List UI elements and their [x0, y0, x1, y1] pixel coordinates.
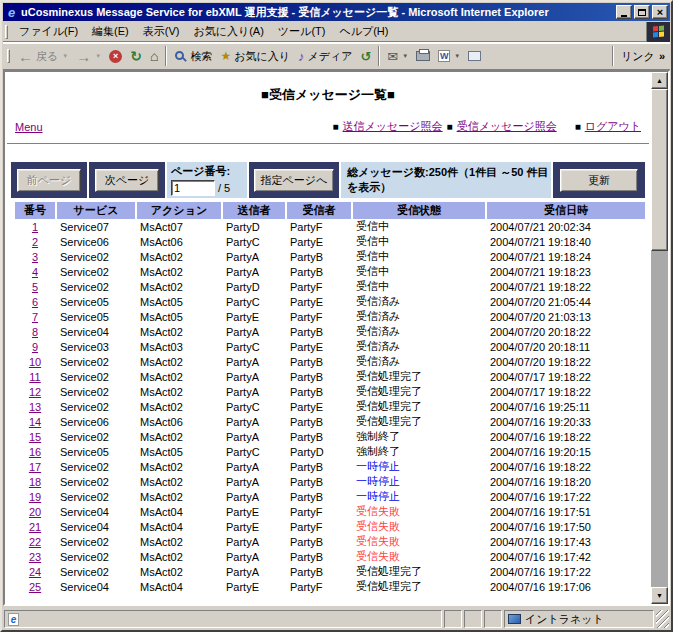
row-number-link[interactable]: 6	[32, 296, 38, 308]
menu-help[interactable]: ヘルプ(H)	[332, 21, 395, 42]
cell-number: 24	[15, 564, 55, 579]
cell-sender: PartyA	[223, 459, 285, 474]
menu-file[interactable]: ファイル(F)	[12, 21, 85, 42]
goto-page-button[interactable]: 指定ページへ	[254, 169, 335, 192]
row-number-link[interactable]: 24	[29, 566, 41, 578]
cell-sender: PartyC	[223, 234, 285, 249]
back-dropdown-icon[interactable]: ▼	[62, 53, 68, 59]
cell-status: 受信処理完了	[353, 579, 485, 594]
row-number-link[interactable]: 20	[29, 506, 41, 518]
prev-page-cell: 前ページ	[11, 162, 87, 198]
close-button[interactable]: ×	[652, 5, 668, 19]
cell-service: Service06	[57, 414, 135, 429]
cell-datetime: 2004/07/16 19:20:33	[487, 414, 645, 429]
row-number-link[interactable]: 9	[32, 341, 38, 353]
bullet-icon: ■	[575, 121, 581, 132]
cell-datetime: 2004/07/20 20:18:11	[487, 339, 645, 354]
menubar-grip[interactable]	[5, 25, 8, 39]
prev-page-button[interactable]: 前ページ	[17, 169, 81, 192]
links-label[interactable]: リンク	[621, 49, 655, 64]
row-number-link[interactable]: 17	[29, 461, 41, 473]
cell-service: Service02	[57, 384, 135, 399]
forward-button[interactable]: → ▼	[72, 48, 105, 65]
row-number-link[interactable]: 3	[32, 251, 38, 263]
row-number-link[interactable]: 18	[29, 476, 41, 488]
back-button[interactable]: ← 戻る ▼	[14, 47, 72, 66]
row-number-link[interactable]: 2	[32, 236, 38, 248]
table-row: 2Service06MsAct06PartyCPartyE受信中2004/07/…	[15, 234, 645, 249]
menu-tools[interactable]: ツール(T)	[271, 21, 333, 42]
logout-link[interactable]: ログアウト	[585, 119, 641, 134]
toolbar-grip[interactable]	[7, 49, 10, 63]
toolbar-separator	[612, 46, 614, 66]
resize-grip[interactable]	[656, 610, 669, 628]
sent-message-inquiry-link[interactable]: 送信メッセージ照会	[343, 119, 443, 134]
row-number-link[interactable]: 12	[29, 386, 41, 398]
row-number-link[interactable]: 25	[29, 581, 41, 593]
menu-link[interactable]: Menu	[15, 121, 43, 133]
row-number-link[interactable]: 1	[32, 221, 38, 233]
discuss-button[interactable]	[464, 49, 485, 63]
favorites-button[interactable]: ★ お気に入り	[216, 47, 294, 66]
page-number-input[interactable]	[171, 180, 215, 196]
next-page-button[interactable]: 次ページ	[95, 169, 159, 192]
cell-sender: PartyA	[223, 264, 285, 279]
row-number-link[interactable]: 13	[29, 401, 41, 413]
column-header-status: 受信状態	[353, 202, 485, 219]
scroll-down-button[interactable]: ▼	[651, 587, 668, 604]
row-number-link[interactable]: 19	[29, 491, 41, 503]
cell-service: Service02	[57, 489, 135, 504]
edit-dropdown-icon[interactable]: ▼	[454, 53, 460, 59]
row-number-link[interactable]: 14	[29, 416, 41, 428]
cell-sender: PartyA	[223, 249, 285, 264]
received-message-inquiry-link[interactable]: 受信メッセージ照会	[457, 119, 557, 134]
table-row: 7Service05MsAct05PartyEPartyF受信済み2004/07…	[15, 309, 645, 324]
vertical-scrollbar[interactable]: ▲ ▼	[651, 72, 668, 604]
title-bar: e uCosminexus Message Service for ebXML …	[3, 3, 670, 21]
status-bar: e イントラネット	[3, 608, 670, 629]
row-number-link[interactable]: 8	[32, 326, 38, 338]
forward-dropdown-icon[interactable]: ▼	[95, 53, 101, 59]
cell-number: 20	[15, 504, 55, 519]
nav-links: ■ 送信メッセージ照会 ■ 受信メッセージ照会 ■ ログアウト	[333, 119, 642, 134]
print-button[interactable]	[412, 49, 434, 63]
cell-receiver: PartyF	[287, 279, 351, 294]
media-button[interactable]: ♪ メディア	[294, 47, 357, 66]
refresh-button[interactable]: ↻	[126, 48, 146, 65]
edit-button[interactable]: W ▼	[434, 48, 464, 64]
row-number-link[interactable]: 7	[32, 311, 38, 323]
row-number-link[interactable]: 15	[29, 431, 41, 443]
row-number-link[interactable]: 11	[29, 371, 40, 383]
scrollbar-thumb[interactable]	[651, 89, 668, 251]
row-number-link[interactable]: 21	[29, 521, 41, 533]
cell-sender: PartyA	[223, 384, 285, 399]
row-number-link[interactable]: 16	[29, 446, 41, 458]
cell-sender: PartyD	[223, 279, 285, 294]
row-number-link[interactable]: 22	[29, 536, 41, 548]
home-button[interactable]: ⌂	[146, 48, 162, 65]
cell-number: 2	[15, 234, 55, 249]
search-button[interactable]: 検索	[170, 47, 216, 66]
stop-button[interactable]: ×	[105, 48, 126, 65]
mail-button[interactable]: ✉ ▼	[383, 48, 412, 65]
menu-favorites[interactable]: お気に入り(A)	[186, 21, 270, 42]
history-button[interactable]: ↺	[356, 48, 375, 65]
maximize-icon	[638, 9, 646, 16]
cell-receiver: PartyB	[287, 384, 351, 399]
column-header-service: サービス	[57, 202, 135, 219]
update-button[interactable]: 更新	[560, 169, 638, 192]
menu-edit[interactable]: 編集(E)	[85, 21, 136, 42]
mail-dropdown-icon[interactable]: ▼	[402, 53, 408, 59]
links-chevron-icon[interactable]: »	[659, 50, 665, 62]
row-number-link[interactable]: 10	[29, 356, 41, 368]
cell-sender: PartyC	[223, 339, 285, 354]
cell-number: 6	[15, 294, 55, 309]
row-number-link[interactable]: 4	[32, 266, 38, 278]
menu-view[interactable]: 表示(V)	[136, 21, 187, 42]
row-number-link[interactable]: 23	[29, 551, 41, 563]
cell-receiver: PartyF	[287, 309, 351, 324]
scroll-up-button[interactable]: ▲	[651, 72, 668, 89]
minimize-button[interactable]	[616, 5, 632, 19]
maximize-button[interactable]	[634, 5, 650, 19]
row-number-link[interactable]: 5	[32, 281, 38, 293]
